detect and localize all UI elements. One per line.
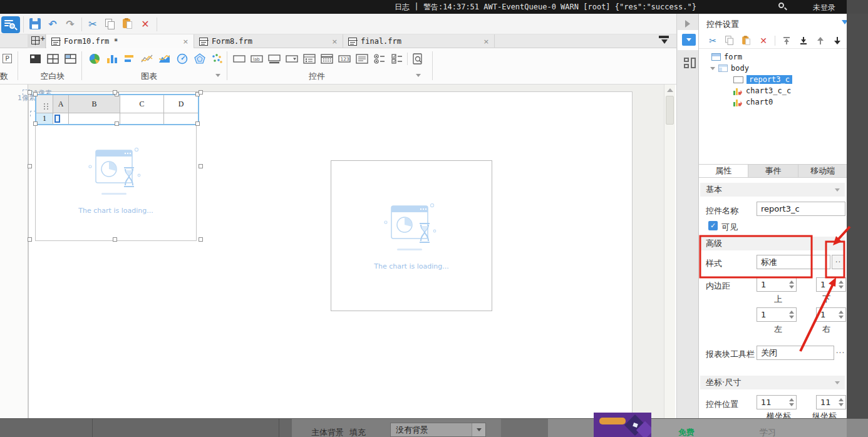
parameter-pane-icon[interactable]: P — [3, 54, 12, 63]
collapse-panel-icon[interactable] — [685, 20, 690, 28]
tree-expander-icon[interactable] — [710, 67, 715, 70]
tab-properties[interactable]: 属性 — [699, 165, 748, 177]
tab-mobile[interactable]: 移动端 — [798, 165, 847, 177]
resize-handle[interactable] — [33, 92, 38, 96]
free-button[interactable]: 免费 — [678, 427, 695, 437]
report-toolbar-more-button[interactable]: ··· — [835, 346, 846, 360]
tree-item-report3-c[interactable]: report3_c — [699, 74, 847, 85]
move-to-bottom-button[interactable] — [798, 35, 809, 46]
cell-d1[interactable] — [164, 113, 198, 124]
delete-button[interactable]: ✕ — [758, 35, 769, 46]
radar-chart-icon[interactable] — [193, 53, 207, 65]
tab-block-icon[interactable] — [46, 53, 60, 65]
textbox-widget-icon[interactable] — [232, 53, 246, 65]
widget-settings-dock-icon[interactable] — [682, 34, 696, 46]
spinner-buttons[interactable] — [787, 308, 796, 321]
resize-handle[interactable] — [33, 121, 38, 126]
background-select[interactable]: 没有背景 — [390, 423, 486, 437]
section-basic[interactable]: 基本 — [700, 183, 845, 197]
widget-group-chevron-icon[interactable] — [416, 74, 421, 77]
section-collapse-icon[interactable] — [835, 188, 840, 192]
tab-close-icon[interactable]: × — [483, 38, 489, 46]
visible-checkbox[interactable]: ✓ — [708, 221, 718, 230]
number-widget-icon[interactable]: 123 — [338, 53, 351, 65]
tab-events[interactable]: 事件 — [748, 165, 798, 177]
layout-dock-icon[interactable] — [684, 56, 698, 70]
paste-button[interactable] — [121, 17, 135, 31]
spinner-buttons[interactable] — [837, 278, 845, 291]
radio-group-widget-icon[interactable] — [373, 53, 386, 65]
column-header-a[interactable]: A — [53, 95, 69, 113]
row-header-1[interactable]: 1 — [36, 113, 53, 124]
spinner-buttons[interactable] — [837, 396, 845, 409]
new-form-button[interactable]: + — [28, 34, 46, 48]
resize-handle[interactable] — [113, 90, 117, 95]
resize-handle[interactable] — [199, 164, 203, 168]
section-collapse-icon[interactable] — [835, 381, 840, 384]
tree-item-chart3-c-c[interactable]: chart3_c_c — [699, 85, 847, 96]
tab-close-icon[interactable]: × — [332, 38, 338, 46]
redo-button[interactable]: ↷ — [63, 17, 77, 31]
column-header-d[interactable]: D — [164, 95, 198, 113]
resize-handle[interactable] — [28, 90, 32, 95]
column-header-b[interactable]: B — [69, 95, 120, 113]
resize-handle[interactable] — [113, 237, 117, 242]
label-widget-icon[interactable]: lab — [250, 53, 264, 65]
section-advanced[interactable]: 高级 — [700, 237, 845, 250]
paste-button[interactable] — [741, 35, 752, 46]
section-coords-size[interactable]: 坐标·尺寸 — [700, 376, 845, 389]
absolute-block-icon[interactable] — [64, 53, 78, 65]
checkbox-group-widget-icon[interactable] — [390, 53, 404, 65]
spinner-buttons[interactable] — [837, 308, 845, 321]
resize-handle[interactable] — [115, 121, 119, 126]
chart-group-chevron-icon[interactable] — [215, 74, 220, 77]
tree-item-chart0[interactable]: chart0 — [699, 96, 847, 108]
tab-form10[interactable]: Form10.frm * × — [46, 34, 194, 48]
padding-top-spinner[interactable]: 1 — [757, 277, 797, 292]
scroll-up-icon[interactable] — [667, 88, 673, 92]
query-widget-icon[interactable] — [411, 53, 425, 65]
tree-item-form[interactable]: form — [699, 51, 847, 63]
bar-chart-icon[interactable] — [123, 53, 137, 65]
learn-button[interactable]: 学习 — [760, 427, 776, 437]
resize-handle[interactable] — [199, 90, 203, 95]
gauge-chart-icon[interactable] — [175, 53, 189, 65]
promo-pill-button[interactable] — [599, 418, 626, 424]
cell-b1[interactable] — [69, 113, 120, 124]
tab-close-icon[interactable]: × — [183, 38, 189, 46]
spinner-buttons[interactable] — [787, 396, 796, 409]
line-chart-icon[interactable] — [140, 53, 154, 65]
login-status[interactable]: 未登录 — [813, 3, 835, 13]
resize-handle[interactable] — [199, 237, 203, 242]
area-chart-icon[interactable] — [158, 53, 172, 65]
resize-handle[interactable] — [28, 164, 32, 168]
copy-button[interactable] — [103, 17, 117, 31]
tab-final[interactable]: final.frm × — [343, 34, 495, 48]
cell-c1[interactable] — [120, 113, 164, 124]
style-input[interactable] — [757, 255, 830, 269]
report-block-icon[interactable] — [29, 53, 43, 65]
style-more-button[interactable]: ·· — [832, 255, 845, 269]
padding-right-spinner[interactable]: 1 — [816, 307, 846, 322]
datepicker-widget-icon[interactable] — [320, 53, 334, 65]
save-button[interactable] — [28, 17, 42, 31]
spinner-buttons[interactable] — [787, 278, 796, 291]
combobox-widget-icon[interactable] — [285, 53, 299, 65]
tree-widget-icon[interactable] — [302, 53, 316, 65]
tab-form8[interactable]: Form8.frm × — [194, 34, 343, 48]
position-y-spinner[interactable]: 11 — [816, 395, 846, 409]
widget-settings-dock-tile[interactable] — [678, 30, 699, 50]
vertical-scrollbar[interactable] — [664, 85, 675, 418]
chart-widget-chart0[interactable]: The chart is loading... — [331, 160, 492, 311]
widget-name-input[interactable] — [757, 202, 845, 216]
app-logo-icon[interactable] — [1, 16, 20, 33]
resize-handle[interactable] — [28, 237, 32, 242]
chart-widget-chart3[interactable]: The chart is loading... — [35, 119, 197, 241]
promo-popup[interactable] — [594, 413, 651, 437]
column-chart-icon[interactable] — [105, 53, 119, 65]
move-to-top-button[interactable] — [781, 35, 792, 46]
move-down-button[interactable] — [832, 35, 843, 46]
resize-handle[interactable] — [195, 121, 200, 126]
report-toolbar-input[interactable] — [757, 346, 834, 360]
select-chevron-icon[interactable] — [472, 423, 485, 436]
